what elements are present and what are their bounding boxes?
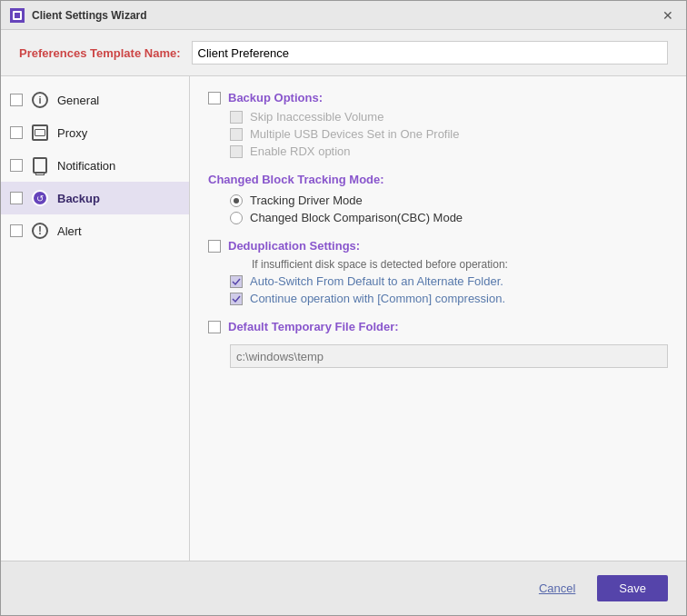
sidebar-label-backup: Backup — [57, 192, 100, 205]
sidebar-label-general: General — [57, 94, 99, 107]
cbt-sub-options: Tracking Driver Mode Changed Block Compa… — [230, 194, 668, 224]
backup-icon: ↺ — [30, 188, 50, 208]
sidebar-label-notification: Notification — [57, 159, 115, 173]
dedup-sub-options: If insufficient disk space is detected b… — [230, 258, 668, 305]
footer: Cancel Save — [1, 561, 686, 615]
sidebar-checkbox-general[interactable] — [10, 94, 23, 106]
proxy-icon — [30, 123, 50, 143]
skip-inaccessible-checkbox[interactable] — [230, 111, 243, 124]
continue-operation-checkbox[interactable] — [230, 293, 243, 305]
close-button[interactable]: ✕ — [659, 6, 677, 25]
title-bar-left: Client Settings Wizard — [10, 8, 147, 23]
continue-operation-row: Continue operation with [Common] compres… — [230, 292, 668, 305]
preferences-template-input[interactable] — [192, 41, 668, 65]
app-icon — [10, 8, 25, 23]
enable-rdx-checkbox[interactable] — [230, 145, 243, 158]
sidebar-item-alert[interactable]: ! Alert — [1, 214, 189, 247]
dedup-label: Deduplication Settings: — [228, 239, 360, 253]
skip-inaccessible-row: Skip Inaccessible Volume — [230, 110, 668, 124]
sidebar-item-backup[interactable]: ↺ Backup — [1, 182, 189, 214]
client-settings-dialog: Client Settings Wizard ✕ Preferences Tem… — [0, 0, 687, 616]
main-panel: Backup Options: Skip Inaccessible Volume… — [190, 76, 686, 561]
temp-folder-input[interactable] — [230, 344, 668, 368]
auto-switch-checkbox[interactable] — [230, 275, 243, 288]
title-bar: Client Settings Wizard ✕ — [1, 1, 686, 30]
multiple-usb-checkbox[interactable] — [230, 128, 243, 141]
enable-rdx-row: Enable RDX option — [230, 144, 668, 158]
sidebar-label-proxy: Proxy — [57, 126, 87, 140]
dedup-row: Deduplication Settings: — [208, 239, 668, 253]
preferences-label: Preferences Template Name: — [19, 46, 181, 60]
notification-icon — [30, 155, 50, 175]
content-area: i General Proxy Notification — [1, 76, 686, 561]
continue-operation-label: Continue operation with [Common] compres… — [250, 292, 505, 305]
sidebar-checkbox-proxy[interactable] — [10, 126, 23, 139]
temp-folder-section: Default Temporary File Folder: — [208, 320, 668, 368]
temp-folder-checkbox[interactable] — [208, 321, 221, 333]
auto-switch-row: Auto-Switch From Default to an Alternate… — [230, 274, 668, 288]
cbc-mode-radio[interactable] — [230, 212, 243, 224]
backup-options-label: Backup Options: — [228, 91, 323, 104]
backup-options-section: Backup Options: Skip Inaccessible Volume… — [208, 91, 668, 158]
info-icon: i — [30, 90, 50, 110]
sidebar-item-proxy[interactable]: Proxy — [1, 116, 189, 149]
multiple-usb-row: Multiple USB Devices Set in One Profile — [230, 127, 668, 141]
cbt-section: Changed Block Tracking Mode: Tracking Dr… — [208, 173, 668, 224]
auto-switch-label: Auto-Switch From Default to an Alternate… — [250, 274, 503, 288]
temp-folder-row: Default Temporary File Folder: — [208, 320, 668, 333]
sidebar-label-alert: Alert — [57, 224, 82, 238]
sidebar-item-notification[interactable]: Notification — [1, 149, 189, 182]
backup-options-checkbox[interactable] — [208, 92, 221, 104]
dedup-checkbox[interactable] — [208, 240, 221, 253]
preferences-row: Preferences Template Name: — [1, 30, 686, 76]
tracking-driver-row: Tracking Driver Mode — [230, 194, 668, 207]
cbc-mode-row: Changed Block Comparison(CBC) Mode — [230, 211, 668, 224]
dialog-title: Client Settings Wizard — [32, 9, 147, 22]
cbt-title: Changed Block Tracking Mode: — [208, 173, 668, 186]
alert-icon: ! — [30, 221, 50, 241]
backup-options-row: Backup Options: — [208, 91, 668, 104]
save-button[interactable]: Save — [597, 575, 668, 601]
cbc-mode-label: Changed Block Comparison(CBC) Mode — [250, 211, 463, 224]
dedup-section: Deduplication Settings: If insufficient … — [208, 239, 668, 305]
tracking-driver-label: Tracking Driver Mode — [250, 194, 363, 207]
sidebar-checkbox-notification[interactable] — [10, 159, 23, 172]
sidebar-item-general[interactable]: i General — [1, 84, 189, 116]
backup-sub-options: Skip Inaccessible Volume Multiple USB De… — [230, 110, 668, 158]
tracking-driver-radio[interactable] — [230, 194, 243, 207]
insufficient-disk-text: If insufficient disk space is detected b… — [252, 258, 668, 271]
enable-rdx-label: Enable RDX option — [250, 144, 351, 158]
cancel-button[interactable]: Cancel — [528, 576, 586, 601]
sidebar-checkbox-alert[interactable] — [10, 224, 23, 237]
sidebar: i General Proxy Notification — [1, 76, 190, 561]
sidebar-checkbox-backup[interactable] — [10, 192, 23, 204]
temp-folder-label: Default Temporary File Folder: — [228, 320, 399, 333]
skip-inaccessible-label: Skip Inaccessible Volume — [250, 110, 383, 124]
multiple-usb-label: Multiple USB Devices Set in One Profile — [250, 127, 459, 141]
